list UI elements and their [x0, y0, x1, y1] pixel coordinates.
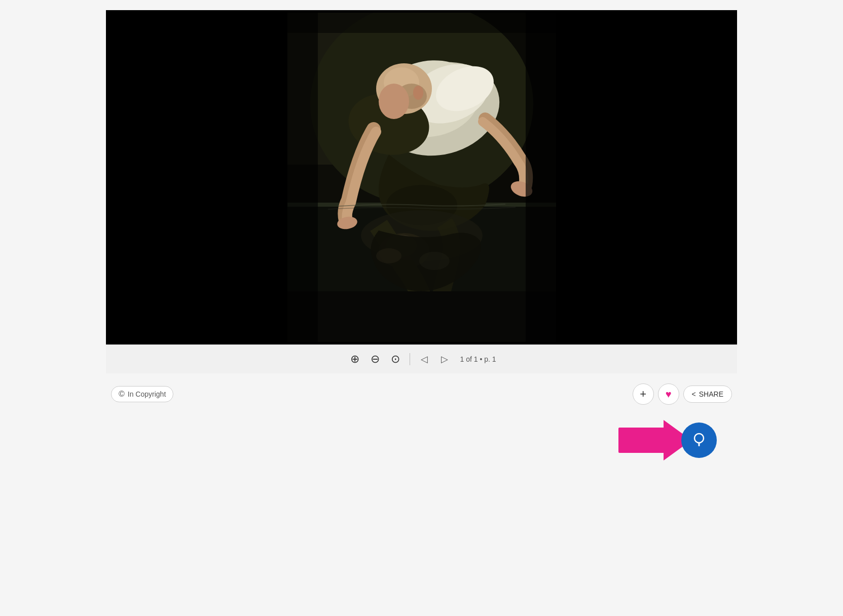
pink-arrow-group [618, 420, 691, 460]
zoom-out-button[interactable]: ⊖ [367, 351, 383, 367]
svg-rect-24 [287, 291, 556, 342]
copyright-icon: © [119, 390, 125, 399]
copyright-label: In Copyright [128, 390, 166, 398]
svg-point-14 [379, 84, 409, 119]
favorite-button[interactable]: ♥ [658, 383, 679, 405]
add-button[interactable]: + [633, 383, 654, 405]
share-button[interactable]: < SHARE [683, 386, 732, 403]
svg-point-15 [413, 86, 423, 100]
action-circle-button[interactable] [681, 422, 717, 458]
painting-area [287, 13, 556, 342]
toolbar-divider [410, 353, 410, 365]
svg-rect-26 [526, 13, 556, 342]
zoom-in-button[interactable]: ⊕ [347, 351, 363, 367]
svg-point-28 [694, 434, 704, 443]
toolbar: ⊕ ⊖ ⊙ ◁ ▷ 1 of 1 • p. 1 [106, 344, 737, 373]
svg-rect-25 [287, 13, 318, 342]
page-indicator: 1 of 1 • p. 1 [460, 355, 496, 363]
next-page-button[interactable]: ▷ [436, 351, 453, 367]
next-icon: ▷ [441, 354, 448, 365]
prev-icon: ◁ [421, 354, 428, 365]
bottom-section: © In Copyright + ♥ < SHARE [106, 383, 737, 405]
arrow-body [618, 428, 664, 453]
image-viewer-container: ⊕ ⊖ ⊙ ◁ ▷ 1 of 1 • p. 1 [106, 10, 737, 373]
prev-page-button[interactable]: ◁ [416, 351, 432, 367]
page-wrapper: ⊕ ⊖ ⊙ ◁ ▷ 1 of 1 • p. 1 © In Copyright [0, 0, 843, 616]
svg-point-22 [376, 248, 401, 263]
add-icon: + [640, 388, 646, 401]
fit-icon: ⊙ [391, 353, 400, 366]
share-label: SHARE [699, 390, 723, 398]
image-display [106, 10, 737, 344]
fit-button[interactable]: ⊙ [387, 351, 404, 367]
arrow-section [106, 420, 737, 460]
share-icon: < [692, 390, 696, 398]
svg-rect-29 [699, 443, 700, 446]
svg-rect-27 [287, 13, 556, 33]
copyright-badge[interactable]: © In Copyright [111, 386, 173, 402]
svg-point-23 [419, 252, 450, 270]
action-buttons: + ♥ < SHARE [633, 383, 732, 405]
zoom-out-icon: ⊖ [371, 353, 380, 366]
zoom-in-icon: ⊕ [350, 353, 359, 366]
heart-icon: ♥ [666, 389, 672, 400]
circle-icon [691, 432, 707, 449]
